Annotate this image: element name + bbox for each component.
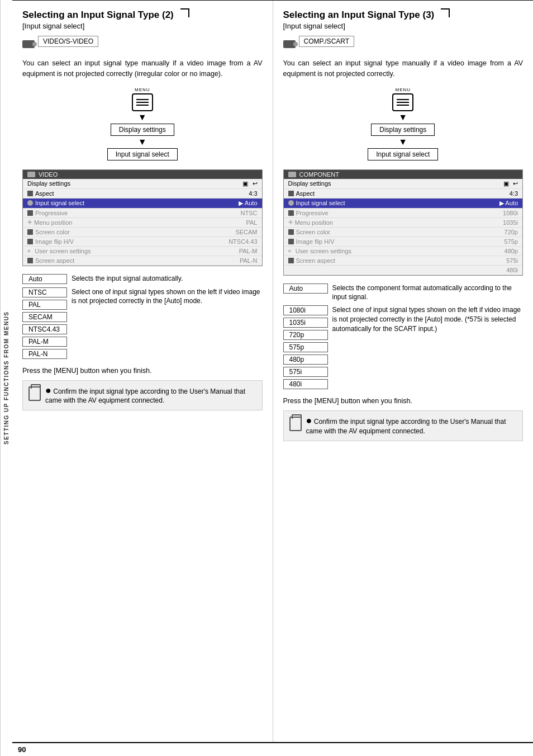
- menu-row-screen-color: Screen color SECAM: [23, 228, 262, 237]
- right-screen-color-icon: [288, 229, 294, 235]
- right-option-auto: Auto: [283, 284, 328, 294]
- menu-row-image-flip: Image flip H/V NTSC4.43: [23, 237, 262, 247]
- option-ntsc443: NTSC4.43: [22, 324, 67, 334]
- right-desc-table: Auto Selects the component format automa…: [283, 284, 524, 390]
- right-input-type-row: COMP./SCART: [283, 36, 524, 53]
- menu-pos-icon: ✛: [27, 219, 32, 225]
- right-input-badge: COMP./SCART: [299, 36, 355, 47]
- menu-row-input-signal[interactable]: Input signal select ▶ Auto: [23, 199, 262, 209]
- right-menu-header: COMPONENT: [284, 170, 523, 179]
- right-press-menu: Press the [MENU] button when you finish.: [283, 397, 524, 405]
- menu-row-display-settings: Display settings ▣ ↩: [23, 179, 262, 189]
- desc-row-auto: Auto Selects the input signal automatica…: [22, 274, 263, 284]
- video-connector-icon: [22, 40, 35, 48]
- progressive-icon: [27, 210, 33, 216]
- left-column: Selecting an Input Signal Type (2) [Inpu…: [12, 1, 273, 742]
- corner-decoration: [180, 8, 189, 17]
- left-title: Selecting an Input Signal Type (2): [22, 10, 263, 21]
- flow-box-input-signal: Input signal select: [107, 148, 178, 160]
- left-menu-label: MENU: [135, 87, 150, 92]
- flow-arrow-right-2: ▼: [398, 138, 407, 147]
- right-menu-row-screen-aspect: Screen aspect 575i: [284, 256, 523, 266]
- input-signal-icon: [27, 200, 33, 206]
- main-content: Selecting an Input Signal Type (2) [Inpu…: [12, 0, 533, 756]
- menu-button-icon-right: [392, 93, 413, 111]
- right-menu-row-display-settings: Display settings ▣ ↩: [284, 179, 523, 189]
- note-icon-left: [28, 386, 41, 401]
- left-desc-table: Auto Selects the input signal automatica…: [22, 274, 263, 359]
- option-palm: PAL-M: [22, 337, 67, 347]
- flow-arrow-1: ▼: [138, 113, 147, 122]
- right-option-1080i: 1080i: [283, 305, 328, 315]
- left-menu-header: VIDEO: [23, 170, 262, 179]
- menu-button-icon: [132, 93, 153, 111]
- columns: Selecting an Input Signal Type (2) [Inpu…: [12, 0, 533, 742]
- menu-row-user-screen: ≡ User screen settings PAL-M: [23, 247, 262, 256]
- option-auto: Auto: [22, 274, 67, 284]
- flow-arrow-2: ▼: [138, 138, 147, 147]
- menu-row-aspect: Aspect 4:3: [23, 189, 262, 199]
- right-desc-row-auto: Auto Selects the component format automa…: [283, 284, 524, 303]
- right-option-575p: 575p: [283, 342, 328, 352]
- left-input-type-row: VIDEO/S-VIDEO: [22, 36, 263, 53]
- right-menu-row-screen-color: Screen color 720p: [284, 228, 523, 237]
- menu-row-progressive: Progressive NTSC: [23, 209, 262, 218]
- option-secam: SECAM: [22, 312, 67, 322]
- right-menu-flow: MENU ▼ Display settings ▼ Input signal s…: [283, 87, 524, 162]
- left-input-badge: VIDEO/S-VIDEO: [38, 36, 98, 47]
- right-note-box: ● Confirm the input signal type accordin…: [283, 410, 524, 441]
- screen-aspect-icon: [27, 258, 33, 263]
- right-menu-row-input-signal[interactable]: Input signal select ▶ Auto: [284, 199, 523, 209]
- right-menu-pos-icon: ✛: [288, 219, 293, 225]
- right-user-screen-icon: ≡: [288, 248, 291, 254]
- right-menu-row-menu-position: ✛ Menu position 1035i: [284, 218, 523, 228]
- page-number: 90: [12, 742, 533, 756]
- right-menu-row-image-flip: Image flip H/V 575p: [284, 237, 523, 247]
- right-menu-screen: COMPONENT Display settings ▣ ↩ Aspect: [283, 169, 524, 276]
- right-subtitle: [Input signal select]: [283, 22, 524, 30]
- right-desc-row-group: 1080i 1035i 720p 575p 480p 575i 480i: [283, 305, 524, 389]
- note-icon-right: [289, 417, 302, 431]
- flow-arrow-right-1: ▼: [398, 113, 407, 122]
- right-image-flip-icon: [288, 239, 294, 244]
- sidebar-label: SETTING UP FUNCTIONS FROM MENUS: [0, 0, 12, 756]
- option-ntsc: NTSC: [22, 287, 67, 297]
- right-menu-row-aspect: Aspect 4:3: [284, 189, 523, 199]
- user-screen-icon: ≡: [27, 248, 30, 254]
- right-input-signal-icon: [288, 200, 294, 206]
- left-body-text: You can select an input signal type manu…: [22, 58, 263, 79]
- right-option-480i: 480i: [283, 379, 328, 389]
- left-note-box: ● Confirm the input signal type accordin…: [22, 380, 263, 411]
- right-option-480p: 480p: [283, 355, 328, 365]
- right-menu-label: MENU: [395, 87, 411, 92]
- left-menu-flow: MENU ▼ Display settings ▼ Input signal s…: [22, 87, 263, 162]
- right-title: Selecting an Input Signal Type (3): [283, 10, 524, 21]
- left-subtitle: [Input signal select]: [22, 22, 263, 30]
- right-option-720p: 720p: [283, 330, 328, 340]
- right-menu-row-user-screen: ≡ User screen settings 480p: [284, 247, 523, 256]
- left-press-menu: Press the [MENU] button when you finish.: [22, 367, 263, 375]
- option-pal: PAL: [22, 300, 67, 310]
- right-screen-aspect-icon: [288, 258, 294, 263]
- option-paln: PAL-N: [22, 349, 67, 359]
- desc-row-ntsc-palgroup: NTSC PAL SECAM NTSC4.43 PAL-M PAL-N Sele…: [22, 287, 263, 359]
- right-menu-row-480i: 480i: [284, 266, 523, 275]
- video-icon-small: [27, 172, 35, 177]
- menu-row-screen-aspect: Screen aspect PAL-N: [23, 256, 262, 266]
- right-menu-row-progressive: Progressive 1080i: [284, 209, 523, 218]
- right-column: Selecting an Input Signal Type (3) [Inpu…: [273, 1, 534, 742]
- corner-decoration-right: [441, 8, 450, 17]
- flow-box-input-signal-right: Input signal select: [368, 148, 438, 160]
- menu-row-menu-position: ✛ Menu position PAL: [23, 218, 262, 228]
- aspect-icon: [27, 191, 33, 196]
- right-body-text: You can select an input signal type manu…: [283, 58, 524, 79]
- component-icon-small: [288, 172, 296, 177]
- right-progressive-icon: [288, 210, 294, 216]
- screen-color-icon: [27, 229, 33, 235]
- flow-box-display-settings-right: Display settings: [371, 124, 435, 136]
- comp-connector-icon: [283, 40, 296, 48]
- image-flip-icon: [27, 239, 33, 244]
- flow-box-display-settings: Display settings: [111, 124, 174, 136]
- right-option-1035i: 1035i: [283, 318, 328, 328]
- right-aspect-icon: [288, 191, 294, 196]
